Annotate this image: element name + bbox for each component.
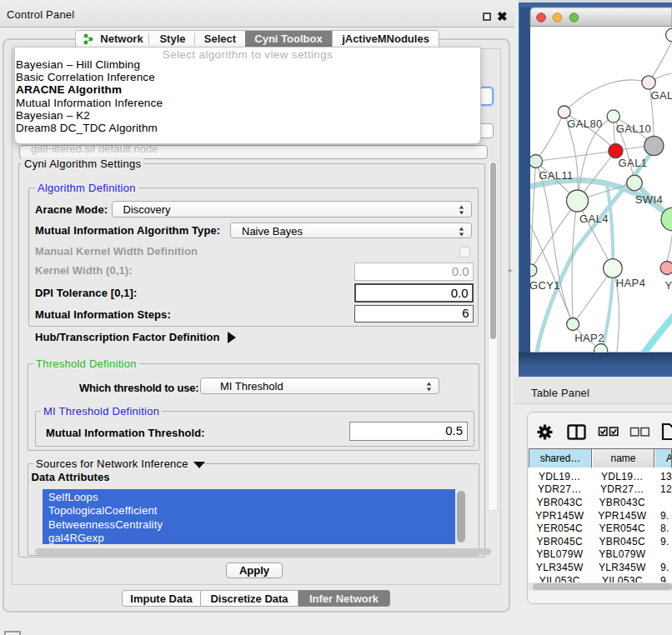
svg-text:GAL10: GAL10: [616, 122, 651, 135]
svg-text:SWI4: SWI4: [635, 193, 663, 206]
svg-text:GAL11: GAL11: [539, 169, 574, 182]
svg-text:HAP4: HAP4: [616, 277, 646, 289]
svg-text:Y: Y: [665, 279, 672, 292]
svg-text:GCY1: GCY1: [529, 279, 560, 292]
svg-text:GAL: GAL: [651, 89, 672, 102]
svg-text:HAP2: HAP2: [574, 332, 604, 344]
svg-text:GAL1: GAL1: [619, 157, 648, 169]
svg-text:GAL4: GAL4: [579, 212, 609, 225]
svg-text:GAL80: GAL80: [567, 118, 602, 130]
